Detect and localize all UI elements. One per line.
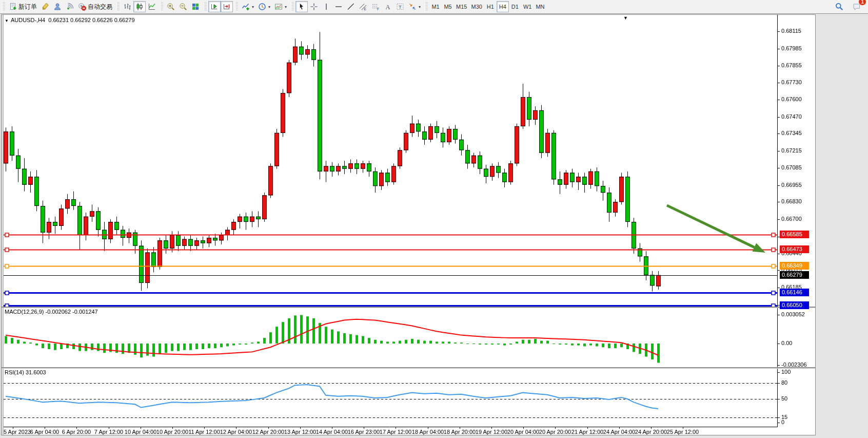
zoom-in-button[interactable] (165, 1, 177, 12)
toolbar-grip[interactable] (2, 2, 5, 11)
time-axis-label: 14 Apr 04:00 (316, 429, 348, 435)
chart-title-collapse-icon[interactable]: ▼ (5, 18, 9, 23)
chevron-down-icon[interactable]: ▾ (268, 5, 270, 9)
toolbar-grip[interactable] (160, 2, 163, 11)
macd-axis-tick: 0.00 (781, 340, 792, 346)
timeframe-w1-button[interactable]: W1 (521, 1, 534, 12)
toolbar-grip[interactable] (204, 2, 207, 11)
rsi-axis-tick: 0 (781, 419, 784, 425)
price-axis-tick: 0.67600 (781, 96, 802, 102)
chevron-down-icon[interactable]: ▾ (419, 5, 421, 9)
price-badge-resistance: 0.66473 (780, 245, 809, 253)
horizontal-line-button[interactable] (332, 1, 345, 12)
svg-text:A: A (385, 3, 390, 11)
text-tool-button[interactable]: A (382, 1, 394, 12)
button-label: MN (536, 4, 544, 10)
time-axis-label: 13 Apr 12:00 (284, 429, 316, 435)
timeframe-mn-button[interactable]: MN (534, 1, 546, 12)
arrows-tool-icon (408, 3, 417, 11)
cursor-icon (298, 3, 306, 11)
chart-window: ▼AUDUSD-,H4 0.66231 0.66292 0.66226 0.66… (1, 14, 816, 435)
price-badge-target: 0.66050 (780, 301, 809, 309)
time-axis-label: 10 Apr 04:00 (125, 429, 156, 435)
search-button[interactable] (833, 1, 845, 12)
channel-button[interactable]: E (357, 1, 369, 12)
indicators-icon (242, 3, 250, 11)
line-chart-type-icon (148, 3, 156, 11)
toolbar-grip[interactable] (116, 2, 120, 11)
vertical-line-icon (322, 3, 330, 11)
button-label: M15 (456, 4, 467, 10)
time-axis-label: 6 Apr 04:00 (30, 429, 59, 435)
line-chart-type-button[interactable] (146, 1, 158, 12)
rsi-axis-tick: 50 (781, 395, 787, 402)
price-axis-tick: 0.66830 (781, 198, 802, 204)
periods-icon (258, 3, 266, 11)
button-label: M1 (431, 4, 439, 10)
arrows-tool-button[interactable]: ▾ (406, 1, 423, 12)
time-axis-label: 6 Apr 20:00 (62, 429, 91, 435)
text-label-tool-button[interactable]: T (394, 1, 406, 12)
chart-shift-marker[interactable]: ▼ (623, 15, 628, 21)
time-axis-label: 18 Apr 04:00 (412, 429, 444, 435)
vertical-line-button[interactable] (320, 1, 332, 12)
svg-text:E: E (364, 7, 367, 11)
time-axis-label: 20 Apr 04:00 (507, 429, 539, 435)
candlestick-type-button[interactable] (133, 1, 146, 12)
tile-windows-icon (191, 3, 200, 11)
indicators-button[interactable]: ▾ (240, 1, 256, 12)
timeframe-h1-button[interactable]: H1 (484, 1, 497, 12)
time-axis-label: 25 Apr 12:00 (667, 429, 699, 435)
candlestick-type-icon (135, 3, 144, 11)
time-axis-label: 20 Apr 20:00 (539, 429, 571, 435)
panel-separator-macd[interactable] (2, 307, 815, 308)
time-axis-label: 24 Apr 20:00 (635, 429, 667, 435)
autotrading-icon (78, 3, 86, 11)
fibonacci-button[interactable]: F (369, 1, 382, 12)
new-order-button[interactable]: 新订单 (7, 1, 39, 12)
auto-scroll-icon (210, 3, 219, 11)
price-axis-tick: 0.66955 (781, 182, 802, 188)
chart-left-border (2, 15, 4, 435)
time-axis-label: 19 Apr 12:00 (476, 429, 507, 435)
auto-scroll-button[interactable] (208, 1, 221, 12)
timeframe-m1-button[interactable]: M1 (429, 1, 442, 12)
timeframe-h4-button[interactable]: H4 (497, 1, 509, 12)
autotrading-button[interactable]: 自动交易 (76, 1, 114, 12)
community-button[interactable] (51, 1, 64, 12)
crosshair-button[interactable] (308, 1, 320, 12)
metaeditor-button[interactable] (39, 1, 51, 12)
cursor-button[interactable] (295, 1, 308, 12)
horizontal-line-icon (334, 3, 343, 11)
periods-button[interactable]: ▾ (256, 1, 272, 12)
chart-shift-button[interactable] (221, 1, 233, 12)
timeframe-d1-button[interactable]: D1 (509, 1, 521, 12)
time-axis-label: 17 Apr 12:00 (380, 429, 411, 435)
price-badge-resistance: 0.66585 (780, 231, 809, 238)
time-axis-label: 24 Apr 04:00 (603, 429, 635, 435)
timeframe-m15-button[interactable]: M15 (454, 1, 469, 12)
macd-axis-tick: 0.003052 (781, 311, 805, 317)
tile-windows-button[interactable] (189, 1, 202, 12)
time-axis-label: 16 Apr 23:00 (348, 429, 380, 435)
price-axis-tick: 0.67730 (781, 79, 802, 85)
timeframe-m30-button[interactable]: M30 (469, 1, 484, 12)
notification-badge: 1 (858, 0, 866, 6)
zoom-out-button[interactable] (177, 1, 189, 12)
trendline-button[interactable] (345, 1, 357, 12)
toolbar-grip[interactable] (235, 2, 238, 11)
panel-separator-rsi[interactable] (2, 367, 815, 369)
chart-shift-icon (223, 3, 231, 11)
button-label: D1 (511, 4, 519, 10)
chart-canvas[interactable] (2, 15, 815, 435)
chevron-down-icon[interactable]: ▾ (285, 5, 287, 9)
chevron-down-icon[interactable]: ▾ (252, 5, 254, 9)
toolbar-grip[interactable] (291, 2, 294, 11)
templates-button[interactable]: ▾ (272, 1, 289, 12)
signals-button[interactable] (64, 1, 76, 12)
timeframe-m5-button[interactable]: M5 (442, 1, 454, 12)
bar-chart-type-button[interactable] (121, 1, 133, 12)
chart-symbol: AUDUSD-,H4 (11, 17, 45, 23)
price-axis-tick: 0.67085 (781, 164, 802, 170)
toolbar-grip[interactable] (425, 2, 428, 11)
